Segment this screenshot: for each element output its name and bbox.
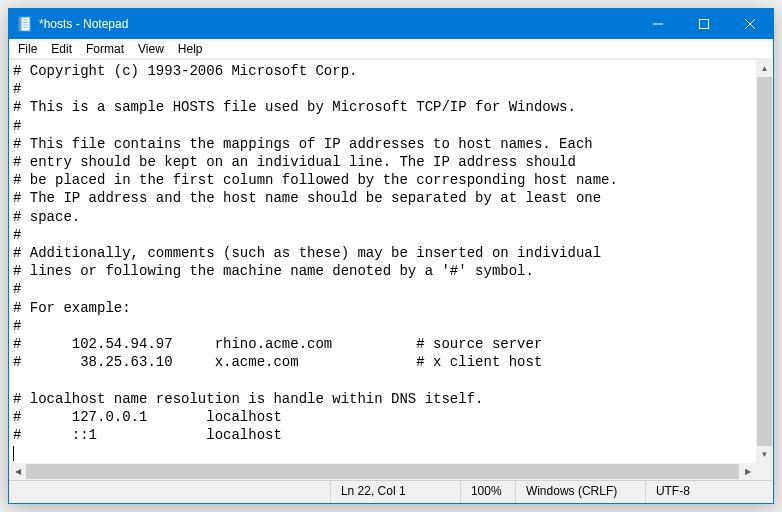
menu-view[interactable]: View [131,41,171,57]
status-zoom: 100% [460,481,515,503]
status-encoding: UTF-8 [645,481,735,503]
close-button[interactable] [727,9,773,39]
status-spacer-left [9,481,330,503]
editor-area: # Copyright (c) 1993-2006 Microsoft Corp… [9,59,773,480]
menu-file[interactable]: File [11,41,44,57]
vertical-scrollbar[interactable]: ▲ ▼ [756,60,773,463]
svg-rect-7 [700,20,709,29]
window-controls [635,9,773,39]
minimize-button[interactable] [635,9,681,39]
status-line-ending: Windows (CRLF) [515,481,645,503]
menu-help[interactable]: Help [171,41,210,57]
vertical-scroll-thumb[interactable] [757,77,772,446]
menu-format[interactable]: Format [79,41,131,57]
text-editor[interactable]: # Copyright (c) 1993-2006 Microsoft Corp… [9,60,756,463]
maximize-button[interactable] [681,9,727,39]
notepad-window: *hosts - Notepad File Edit Format View H… [8,8,774,504]
scroll-left-icon[interactable]: ◀ [9,463,26,480]
window-title: *hosts - Notepad [39,9,635,39]
svg-rect-1 [19,17,22,31]
horizontal-scroll-track[interactable] [26,463,739,480]
vertical-scroll-track[interactable] [756,77,773,446]
scrollbar-corner [756,463,773,480]
editor-content: # Copyright (c) 1993-2006 Microsoft Corp… [13,63,618,443]
menu-edit[interactable]: Edit [44,41,79,57]
notepad-app-icon [17,16,33,32]
status-cursor-position: Ln 22, Col 1 [330,481,460,503]
scroll-up-icon[interactable]: ▲ [756,60,773,77]
titlebar[interactable]: *hosts - Notepad [9,9,773,39]
horizontal-scroll-thumb[interactable] [26,464,739,479]
menubar: File Edit Format View Help [9,39,773,59]
text-caret [13,446,14,461]
statusbar: Ln 22, Col 1 100% Windows (CRLF) UTF-8 [9,480,773,503]
horizontal-scrollbar[interactable]: ◀ ▶ [9,463,756,480]
scroll-down-icon[interactable]: ▼ [756,446,773,463]
scroll-right-icon[interactable]: ▶ [739,463,756,480]
